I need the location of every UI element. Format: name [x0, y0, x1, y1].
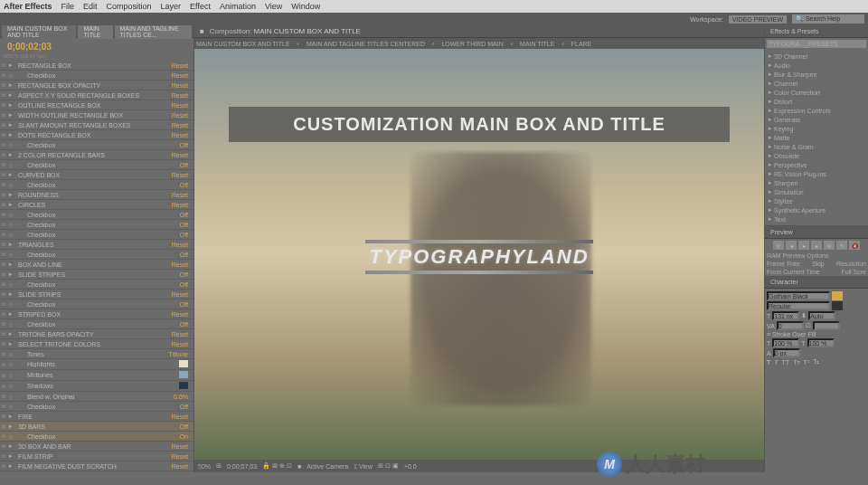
effect-value[interactable]: Reset [172, 331, 192, 338]
category-item[interactable]: ▸Matte [767, 133, 866, 142]
effect-row[interactable]: fx▸SELECT TRITONE COLORSReset [0, 339, 193, 349]
effect-value[interactable]: Reset [172, 463, 192, 470]
disclosure-icon[interactable]: ○ [9, 162, 16, 168]
disclosure-icon[interactable]: ○ [9, 321, 16, 328]
category-item[interactable]: ▸Simulation [767, 187, 866, 196]
baseline-input[interactable] [773, 348, 800, 357]
effect-value[interactable]: Off [180, 222, 192, 228]
category-item[interactable]: ▸Keying [767, 124, 866, 133]
disclosure-icon[interactable]: ▸ [9, 271, 16, 278]
category-item[interactable]: ▸Generate [767, 115, 866, 124]
effect-value[interactable]: Reset [172, 152, 192, 158]
ram-preview[interactable]: RAM Preview Options [765, 252, 868, 260]
category-item[interactable]: ▸Color Correction [767, 88, 866, 97]
disclosure-icon[interactable]: ○ [9, 383, 16, 389]
category-item[interactable]: ▸Sharpen [767, 178, 866, 187]
effect-row[interactable]: fx○CheckboxOff [0, 140, 193, 150]
effect-row[interactable]: fx▸FILM STRIPReset [0, 452, 193, 461]
kerning-input[interactable] [777, 321, 804, 330]
disclosure-icon[interactable]: ▸ [9, 151, 16, 158]
superscript-icon[interactable]: T¹ [804, 359, 810, 366]
disclosure-icon[interactable]: ▸ [9, 111, 16, 119]
category-item[interactable]: ▸RE:Vision Plug-ins [767, 169, 866, 178]
effect-value[interactable]: Reset [172, 311, 192, 318]
category-item[interactable]: ▸Distort [767, 97, 866, 106]
effect-value[interactable]: Reset [172, 202, 192, 208]
effect-value[interactable]: Reset [172, 92, 192, 99]
effect-row[interactable]: fx▸FILM NEGATIVE DUST SCRATCHReset [0, 461, 193, 471]
effect-row[interactable]: fx▸RECTANGLE BOXReset [0, 61, 193, 71]
disclosure-icon[interactable]: ○ [9, 281, 16, 288]
effect-value[interactable]: Reset [172, 414, 192, 420]
font-style-input[interactable] [767, 301, 830, 310]
disclosure-icon[interactable]: ▸ [9, 290, 16, 298]
comp-tab-2[interactable]: LOWER THIRD MAIN [441, 41, 503, 47]
category-item[interactable]: ▸Audio [767, 61, 866, 70]
effect-value[interactable]: Reset [172, 291, 192, 298]
viewer[interactable]: CUSTOMIZATION MAIN BOX AND TITLE TYPOGRA… [194, 49, 764, 460]
effect-value[interactable]: Tritone [168, 351, 192, 357]
effect-value[interactable]: 0.0% [174, 394, 192, 400]
smallcaps-icon[interactable]: Tт [793, 359, 799, 366]
disclosure-icon[interactable]: ▸ [9, 413, 16, 420]
effect-row[interactable]: fx○CheckboxOff [0, 280, 193, 290]
effect-row[interactable]: fx○CheckboxOff [0, 402, 193, 412]
menu-layer[interactable]: Layer [161, 2, 182, 11]
effect-value[interactable] [179, 371, 192, 379]
effect-row[interactable]: fx▸CIRCLESReset [0, 200, 193, 210]
effect-row[interactable]: fx▸BOX AND LINEReset [0, 260, 193, 270]
disclosure-icon[interactable]: ▸ [9, 340, 16, 347]
effect-row[interactable]: fx○CheckboxOff [0, 319, 193, 329]
disclosure-icon[interactable]: ○ [9, 394, 16, 400]
zoom-level[interactable]: 50% [198, 463, 211, 470]
effect-row[interactable]: fx○CheckboxOff [0, 220, 193, 230]
effect-value[interactable] [179, 360, 192, 368]
effect-row[interactable]: fx○Highlights [0, 359, 193, 370]
menu-edit[interactable]: Edit [83, 2, 98, 11]
disclosure-icon[interactable]: ○ [9, 212, 16, 218]
disclosure-icon[interactable]: ▸ [9, 81, 16, 89]
effect-row[interactable]: fx○Midtones [0, 370, 193, 381]
category-item[interactable]: ▸Stylize [767, 196, 866, 205]
effect-value[interactable]: Reset [172, 192, 192, 198]
disclosure-icon[interactable]: ▸ [9, 330, 16, 338]
disclosure-icon[interactable]: ▸ [9, 101, 16, 109]
search-help-input[interactable]: 🔍 Search Help [792, 14, 864, 24]
workspace-value[interactable]: VIDEO PREVIEW [729, 15, 787, 24]
effect-row[interactable]: fx▸STRIPED BOXReset [0, 309, 193, 319]
comp-tab-1[interactable]: MAIN AND TAGLINE TITLES CENTERED [307, 41, 425, 47]
stroke-width-input[interactable] [813, 321, 840, 330]
disclosure-icon[interactable]: ○ [9, 372, 16, 378]
disclosure-icon[interactable]: ▸ [9, 121, 16, 128]
category-item[interactable]: ▸3D Channel [767, 52, 866, 61]
preview-loop-icon[interactable]: ↻ [836, 241, 847, 250]
effect-row[interactable]: fx○Shadows [0, 381, 193, 392]
effect-value[interactable]: Off [180, 271, 192, 278]
effect-row[interactable]: fx○CheckboxOff [0, 300, 193, 309]
disclosure-icon[interactable]: ○ [9, 301, 16, 308]
category-item[interactable]: ▸Obsolete [767, 151, 866, 160]
font-family-input[interactable] [767, 291, 830, 300]
disclosure-icon[interactable]: ▸ [9, 131, 16, 138]
effect-value[interactable]: Off [180, 321, 192, 328]
effect-value[interactable]: Reset [172, 72, 192, 79]
effect-value[interactable]: Reset [172, 62, 192, 69]
effect-value[interactable]: Reset [172, 443, 192, 450]
preview-next-icon[interactable]: ▸ [811, 241, 822, 250]
disclosure-icon[interactable]: ○ [9, 222, 16, 228]
disclosure-icon[interactable]: ▸ [9, 452, 16, 460]
effect-row[interactable]: fx○CheckboxOff [0, 180, 193, 190]
effect-row[interactable]: fx▸WIDTH OUTLINE RECTANGLE BOXReset [0, 110, 193, 120]
preview-last-icon[interactable]: ⊯ [824, 241, 835, 250]
category-item[interactable]: ▸Channel [767, 79, 866, 88]
italic-icon[interactable]: T [774, 359, 778, 366]
comp-tab-3[interactable]: MAIN TITLE [520, 41, 554, 47]
preview-mute-icon[interactable]: 🔇 [849, 241, 860, 250]
disclosure-icon[interactable]: ▸ [9, 201, 16, 208]
effect-row[interactable]: fx▸3D BOX AND BARReset [0, 442, 193, 452]
effect-row[interactable]: fx○TonesTritone [0, 349, 193, 359]
effect-value[interactable] [179, 382, 192, 390]
disclosure-icon[interactable]: ▸ [9, 462, 16, 470]
effect-row[interactable]: fx○CheckboxOff [0, 250, 193, 260]
disclosure-icon[interactable]: ▸ [9, 62, 16, 69]
